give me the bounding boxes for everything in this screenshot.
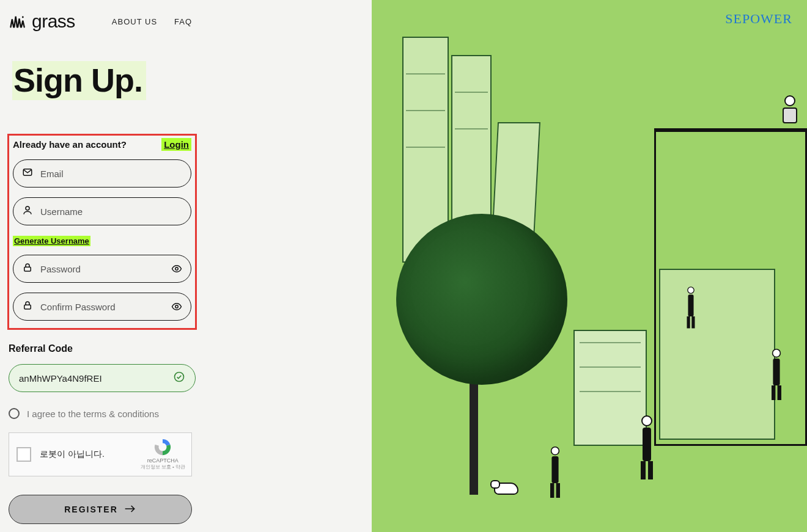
terms-text: I agree to the terms & conditions — [27, 409, 159, 419]
tree-illustration — [396, 214, 567, 385]
svg-point-7 — [175, 373, 184, 382]
person-illustration — [545, 446, 565, 500]
recaptcha-checkbox[interactable] — [17, 447, 31, 462]
annotated-form-region: Already have an account? Login Email Use… — [7, 134, 197, 330]
email-placeholder: Email — [40, 169, 64, 179]
svg-rect-5 — [24, 305, 31, 309]
sepower-watermark: SEPOWER — [725, 11, 792, 27]
generate-username-link[interactable]: Generate Username — [13, 236, 90, 246]
already-have-account-text: Already have an account? — [13, 139, 127, 150]
referral-code-field[interactable]: anMhWPYa4N9fREI — [9, 364, 196, 392]
signup-panel: grass ABOUT US FAQ Sign Up. Already have… — [0, 0, 372, 532]
person-illustration — [767, 349, 786, 403]
referral-section: Referral Code anMhWPYa4N9fREI — [9, 343, 196, 392]
svg-point-2 — [26, 206, 29, 210]
page-title: Sign Up. — [13, 61, 142, 99]
recaptcha-text: 로봇이 아닙니다. — [40, 449, 105, 460]
recaptcha-brand: reCAPTCHA 개인정보 보호 • 약관 — [141, 438, 185, 470]
page-title-wrap: Sign Up. — [12, 61, 146, 100]
mail-icon — [22, 167, 33, 180]
register-button[interactable]: REGISTER — [9, 495, 192, 524]
recaptcha-icon — [153, 438, 172, 456]
check-circle-icon — [173, 371, 185, 385]
confirm-password-field[interactable]: Confirm Password — [13, 293, 191, 321]
login-link[interactable]: Login — [161, 138, 191, 151]
confirm-password-placeholder: Confirm Password — [40, 302, 116, 312]
referral-label: Referral Code — [9, 343, 196, 354]
already-have-account-row: Already have an account? Login — [13, 138, 191, 151]
lock-icon — [22, 262, 33, 275]
nav-about-us[interactable]: ABOUT US — [112, 17, 157, 26]
person-illustration — [683, 286, 699, 330]
svg-point-0 — [22, 16, 24, 18]
recaptcha-legal: 개인정보 보호 • 약관 — [141, 464, 185, 470]
dog-illustration — [494, 483, 525, 503]
brand-logo[interactable]: grass — [9, 11, 75, 32]
grass-logo-icon — [9, 13, 26, 30]
top-nav: ABOUT US FAQ — [112, 17, 192, 26]
register-label: REGISTER — [64, 505, 118, 514]
email-field[interactable]: Email — [13, 159, 191, 188]
terms-row: I agree to the terms & conditions — [9, 408, 372, 419]
password-field[interactable]: Password — [13, 255, 191, 283]
brand-name: grass — [32, 11, 75, 32]
svg-rect-3 — [24, 267, 31, 271]
nav-faq[interactable]: FAQ — [174, 17, 192, 26]
svg-point-4 — [175, 268, 179, 271]
referral-code-value: anMhWPYa4N9fREI — [19, 373, 102, 384]
person-illustration — [776, 95, 803, 132]
svg-point-6 — [175, 305, 179, 308]
show-password-icon[interactable] — [171, 263, 182, 277]
recaptcha-widget: 로봇이 아닙니다. reCAPTCHA 개인정보 보호 • 약관 — [9, 432, 192, 476]
show-confirm-password-icon[interactable] — [171, 301, 182, 315]
header: grass ABOUT US FAQ — [0, 0, 372, 32]
illustration-panel: SEPOWER — [372, 0, 807, 532]
password-placeholder: Password — [40, 264, 81, 274]
terms-checkbox[interactable] — [9, 408, 20, 419]
person-illustration — [635, 415, 659, 483]
username-placeholder: Username — [40, 206, 83, 217]
username-field[interactable]: Username — [13, 197, 191, 225]
arrow-right-icon — [124, 505, 136, 515]
recaptcha-brand-text: reCAPTCHA — [141, 457, 185, 464]
lock-icon — [22, 300, 33, 313]
user-icon — [22, 205, 33, 218]
